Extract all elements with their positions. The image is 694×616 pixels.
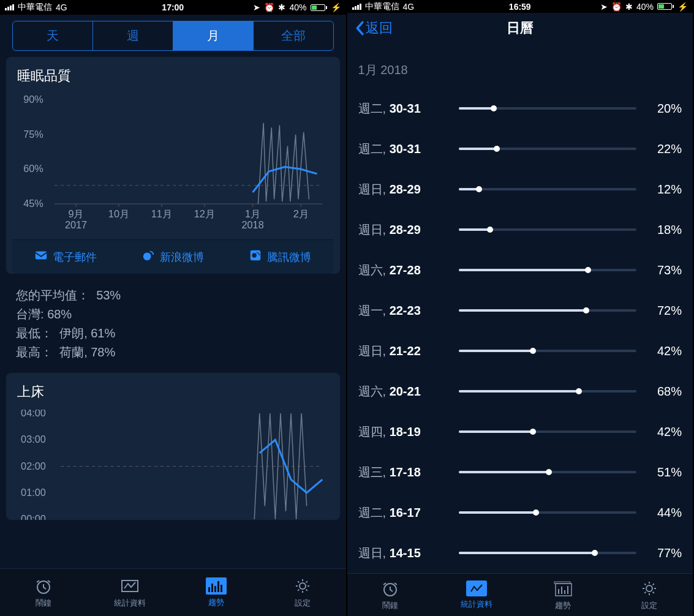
scroll-area[interactable]: 睡眠品質 90%75%60%45%9月201710月11月12月1月20182月… [0,57,346,568]
progress-fill [459,269,589,271]
tab-label: 鬧鐘 [36,598,51,609]
svg-line-34 [306,589,307,590]
svg-line-54 [645,584,646,585]
row-percent: 12% [645,182,682,197]
calendar-row[interactable]: 週六, 20-21 68% [358,371,682,411]
calendar-list[interactable]: 週二, 30-31 20% 週二, 30-31 22% 週日, 28-29 12… [347,88,693,573]
row-percent: 73% [645,263,682,277]
progress-fill [459,107,494,110]
calendar-row[interactable]: 週日, 28-29 12% [358,169,682,209]
row-percent: 18% [645,223,682,237]
row-label: 週六, 27-28 [358,262,450,279]
progress-track [459,107,637,110]
tab-label: 趨勢 [208,597,224,608]
tab-stats[interactable]: 統計資料 [86,569,173,616]
svg-rect-42 [556,584,571,596]
progress-fill [459,430,534,433]
svg-text:60%: 60% [23,163,43,174]
progress-fill [459,148,498,150]
nav-title: 日曆 [347,19,693,37]
progress-track [459,390,637,393]
share-label: 新浪微博 [160,250,204,265]
segment-month[interactable]: 月 [173,21,254,50]
row-label: 週日, 14-15 [358,545,450,562]
progress-track [459,309,637,312]
progress-track [459,511,637,514]
progress-track [459,430,637,433]
calendar-row[interactable]: 週日, 21-22 42% [358,331,682,371]
share-email-button[interactable]: 電子郵件 [12,240,119,274]
status-bar: 中華電信 4G 16:59 ➤ ⏰ ✱ 40% ⚡ [347,0,693,13]
svg-text:02:00: 02:00 [21,460,46,471]
clock-label: 16:59 [347,2,693,12]
share-label: 騰訊微博 [267,250,311,265]
tab-label: 鬧鐘 [382,600,398,611]
segment-week[interactable]: 週 [93,21,173,50]
calendar-row[interactable]: 週四, 18-19 42% [358,411,682,452]
svg-point-48 [646,585,652,592]
share-label: 電子郵件 [53,250,97,265]
progress-fill [459,390,580,393]
tw-value: 68% [47,307,72,321]
calendar-row[interactable]: 週六, 27-28 73% [358,250,682,290]
battery-icon [657,3,674,10]
low-label: 最低： [16,326,53,340]
tw-label: 台灣: [16,307,44,321]
row-label: 週六, 20-21 [358,383,450,400]
svg-text:1月: 1月 [245,208,260,219]
row-label: 週三, 17-18 [358,464,450,481]
high-label: 最高： [16,345,53,359]
low-value: 伊朗, 61% [59,326,115,340]
alarm-icon [33,577,54,595]
row-percent: 68% [645,385,682,399]
tab-stats[interactable]: 統計資料 [434,574,520,616]
settings-icon [292,577,313,595]
svg-rect-43 [554,582,570,584]
progress-track [459,188,637,190]
tab-settings[interactable]: 設定 [606,574,693,616]
row-percent: 44% [645,506,682,520]
progress-track [459,148,637,150]
stats-block: 您的平均值： 53% 台灣: 68% 最低： 伊朗, 61% 最高： 荷蘭, 7… [6,282,340,373]
svg-text:12月: 12月 [194,208,215,219]
row-label: 週四, 18-19 [358,424,450,440]
svg-text:2018: 2018 [242,219,264,228]
phone-right: 中華電信 4G 16:59 ➤ ⏰ ✱ 40% ⚡ 返回 日曆 1月 2018 … [347,0,695,616]
share-sina-button[interactable]: 新浪微博 [119,240,227,274]
calendar-row[interactable]: 週日, 28-29 18% [358,209,682,250]
nav-header: 返回 日曆 [347,13,693,43]
calendar-row[interactable]: 週日, 14-15 77% [358,533,682,573]
calendar-row[interactable]: 週三, 17-18 51% [358,452,682,492]
calendar-row[interactable]: 週一, 22-23 72% [358,290,682,331]
svg-point-32 [300,583,306,589]
progress-fill [459,552,596,554]
calendar-row[interactable]: 週二, 16-17 44% [358,492,682,533]
tab-alarm[interactable]: 鬧鐘 [347,574,434,616]
tab-settings[interactable]: 設定 [259,569,345,616]
progress-fill [459,228,491,231]
status-bar: 中華電信 4G 17:00 ➤ ⏰ ✱ 40% ⚡ [0,0,346,15]
card-title: 上床 [17,383,329,401]
calendar-row[interactable]: 週二, 30-31 20% [358,88,682,129]
calendar-row[interactable]: 週二, 30-31 22% [358,129,682,169]
row-label: 週二, 16-17 [358,505,450,521]
tab-trends[interactable]: 趨勢 [520,574,606,616]
bedtime-chart: 04:0003:0002:0001:0000:00 [17,410,329,520]
sleep-quality-card: 睡眠品質 90%75%60%45%9月201710月11月12月1月20182月… [6,57,340,274]
svg-text:11月: 11月 [151,208,172,219]
high-value: 荷蘭, 78% [59,345,115,359]
tab-alarm[interactable]: 鬧鐘 [0,569,86,616]
share-tencent-button[interactable]: 騰訊微博 [227,240,334,274]
row-percent: 20% [645,102,682,116]
progress-fill [459,309,587,312]
segment-day[interactable]: 天 [13,21,93,50]
tab-trends[interactable]: 趨勢 [173,569,259,616]
stats-icon [466,580,487,596]
row-percent: 77% [645,546,682,560]
progress-track [459,350,637,352]
svg-text:01:00: 01:00 [21,487,46,498]
quality-chart: 90%75%60%45%9月201710月11月12月1月20182月 [17,94,329,228]
row-percent: 22% [645,142,682,156]
segment-all[interactable]: 全部 [254,21,333,50]
range-segment: 天週月全部 [12,21,334,51]
